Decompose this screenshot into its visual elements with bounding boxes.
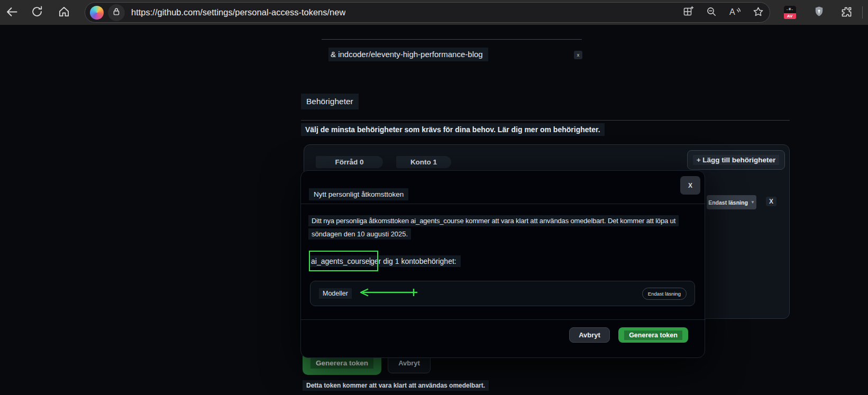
browser-window: https://github.com/settings/personal-acc… (0, 0, 868, 395)
annotation-arrow (356, 287, 421, 300)
read-aloud-button[interactable]: A (723, 2, 746, 23)
shield-icon (813, 5, 825, 20)
home-icon (57, 5, 71, 20)
favorite-button[interactable] (746, 2, 770, 23)
modal-intro-line1: Ditt nya personliga åtkomsttoken ai_agen… (308, 215, 679, 226)
token-summary-suffix: ger dig 1 kontobehörighet: (370, 257, 456, 265)
access-level-dropdown[interactable]: Endast läsning ▼ (707, 195, 756, 209)
toolbar-divider (862, 6, 863, 19)
permission-row-card: Modeller Endast läsning (310, 281, 695, 306)
tab-repositories[interactable]: Förråd 0 (316, 156, 383, 168)
modal-header-divider (301, 204, 706, 204)
zoom-out-button[interactable] (700, 2, 723, 23)
add-permissions-label: + Lägg till behörigheter (693, 155, 780, 165)
modal-intro-line2: söndagen den 10 augusti 2025. (308, 228, 411, 240)
back-arrow-icon (5, 5, 19, 21)
zoom-out-icon (705, 5, 718, 20)
refresh-button[interactable] (26, 0, 48, 25)
home-button[interactable] (53, 0, 75, 25)
new-token-modal: Nytt personligt åtkomsttoken X Ditt nya … (300, 170, 705, 358)
privacy-shield-button[interactable] (808, 0, 829, 25)
browser-toolbar: https://github.com/settings/personal-acc… (0, 0, 868, 25)
lock-icon (111, 6, 122, 19)
modal-generate-button[interactable]: Generera token (618, 327, 688, 343)
av-extension-glyph: -☀- (784, 6, 796, 13)
permission-name: Modeller (319, 288, 352, 299)
split-screen-button[interactable] (677, 2, 700, 23)
remove-permission-button[interactable]: X (766, 197, 776, 206)
add-permissions-button[interactable]: + Lägg till behörigheter (687, 150, 785, 170)
remove-repo-button[interactable]: x (574, 51, 582, 59)
svg-text:A: A (729, 7, 735, 16)
site-info-button[interactable] (108, 4, 125, 21)
av-extension-button[interactable]: -☀- AV (779, 0, 800, 25)
github-page: & indcoder/eleventy-high-performance-blo… (0, 25, 868, 395)
chevron-down-icon: ▼ (751, 200, 755, 205)
av-extension-label: AV (784, 13, 796, 19)
copilot-icon[interactable] (90, 6, 104, 20)
generate-token-label: Generera token (310, 357, 373, 369)
modal-generate-label: Generera token (624, 330, 682, 340)
modal-title: Nytt personligt åtkomsttoken (309, 188, 408, 200)
url-text[interactable]: https://github.com/settings/personal-acc… (131, 7, 345, 17)
modal-footer-divider (301, 319, 706, 320)
access-level-value: Endast läsning (708, 199, 748, 206)
refresh-icon (30, 5, 44, 20)
section-divider (301, 120, 790, 121)
permissions-heading: Behörigheter (301, 94, 359, 109)
annotation-highlight-box (309, 251, 378, 271)
modal-close-button[interactable]: X (680, 176, 700, 195)
extensions-button[interactable] (836, 0, 857, 25)
permissions-description: Välj de minsta behörigheter som krävs fö… (301, 123, 605, 136)
puzzle-icon (840, 5, 853, 20)
address-bar[interactable]: https://github.com/settings/personal-acc… (85, 2, 770, 23)
split-screen-icon (682, 5, 695, 20)
token-ready-note: Detta token kommer att vara klart att an… (303, 380, 489, 391)
back-button[interactable] (1, 0, 22, 25)
modal-cancel-button[interactable]: Avbryt (569, 327, 610, 343)
selected-repo-label: & indcoder/eleventy-high-performance-blo… (328, 48, 488, 61)
tab-account[interactable]: Konto 1 (396, 156, 451, 168)
star-icon (752, 5, 765, 20)
top-divider (322, 39, 582, 40)
read-aloud-icon: A (728, 5, 742, 20)
av-extension-icon: -☀- AV (784, 6, 796, 19)
permission-access-pill[interactable]: Endast läsning (642, 288, 687, 300)
